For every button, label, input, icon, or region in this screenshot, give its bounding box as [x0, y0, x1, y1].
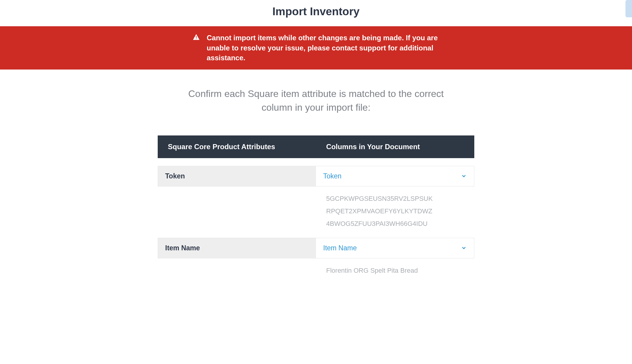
warning-icon: [192, 33, 200, 41]
page-header: Import Inventory: [0, 0, 632, 26]
sample-values: Florentin ORG Spelt Pita Bread: [316, 258, 474, 277]
sample-values: 5GCPKWPGSEUSN35RV2LSPSUK RPQET2XPMVAOEFY…: [316, 186, 474, 230]
chevron-down-icon: [461, 173, 467, 179]
instruction-text: Confirm each Square item attribute is ma…: [182, 87, 450, 115]
sample-value: 4BWOG5ZFUU3PAI3WH66G4IDU: [316, 218, 474, 230]
attribute-row: Token Token: [158, 166, 474, 186]
main-content: Confirm each Square item attribute is ma…: [152, 87, 480, 277]
mapping-table-header: Square Core Product Attributes Columns i…: [158, 135, 474, 158]
select-value: Token: [323, 172, 341, 180]
svg-rect-0: [196, 36, 197, 38]
sample-value: Florentin ORG Spelt Pita Bread: [316, 264, 474, 277]
column-select[interactable]: Item Name: [316, 238, 474, 258]
sample-value: RPQET2XPMVAOEFY6YLKYTDWZ: [316, 205, 474, 218]
select-value: Item Name: [323, 244, 357, 252]
page-title: Import Inventory: [0, 5, 632, 18]
column-header-attributes: Square Core Product Attributes: [158, 135, 316, 158]
alert-message: Cannot import items while other changes …: [207, 33, 440, 63]
attribute-label: Item Name: [158, 238, 316, 258]
svg-rect-1: [196, 38, 197, 39]
scrollbar-stub[interactable]: [625, 0, 632, 17]
chevron-down-icon: [461, 245, 467, 251]
error-alert: Cannot import items while other changes …: [0, 26, 632, 70]
attribute-row: Item Name Item Name: [158, 238, 474, 258]
sample-value: 5GCPKWPGSEUSN35RV2LSPSUK: [316, 192, 474, 205]
attribute-block: Token Token 5GCPKWPGSEUSN35RV2LSPSUK RPQ…: [158, 166, 474, 230]
attribute-block: Item Name Item Name Florentin ORG Spelt …: [158, 238, 474, 277]
column-select[interactable]: Token: [316, 166, 474, 186]
attribute-label: Token: [158, 166, 316, 186]
column-header-document: Columns in Your Document: [316, 135, 474, 158]
